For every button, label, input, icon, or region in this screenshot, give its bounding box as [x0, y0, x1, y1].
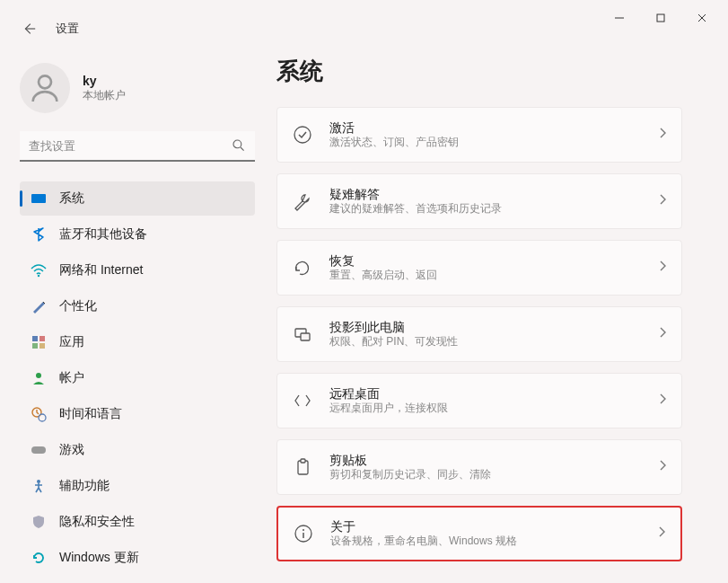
svg-point-5 — [39, 75, 51, 88]
shield-icon — [31, 514, 47, 530]
sidebar-item-personalization[interactable]: 个性化 — [20, 289, 255, 323]
svg-point-19 — [294, 127, 311, 143]
sidebar-item-system[interactable]: 系统 — [20, 181, 255, 216]
sidebar-item-time-language[interactable]: 时间和语言 — [20, 397, 255, 431]
wrench-icon — [292, 190, 313, 212]
sidebar-item-privacy[interactable]: 隐私和安全性 — [20, 505, 255, 539]
card-title: 远程桌面 — [329, 385, 658, 402]
sidebar-item-label: 辅助功能 — [59, 478, 110, 494]
svg-rect-11 — [39, 336, 45, 341]
sidebar-item-label: 系统 — [59, 190, 84, 207]
card-clipboard[interactable]: 剪贴板 剪切和复制历史记录、同步、清除 — [276, 439, 682, 495]
accessibility-icon — [31, 478, 47, 494]
sidebar-item-label: 帐户 — [59, 370, 84, 386]
sidebar-item-label: 游戏 — [59, 442, 84, 458]
chevron-right-icon — [658, 127, 667, 143]
system-icon — [31, 190, 47, 207]
sidebar-item-accounts[interactable]: 帐户 — [20, 361, 255, 395]
card-subtitle: 远程桌面用户，连接权限 — [329, 402, 658, 416]
avatar-icon — [20, 63, 70, 113]
recovery-icon — [292, 257, 313, 278]
card-title: 关于 — [330, 518, 657, 534]
svg-line-7 — [241, 147, 244, 151]
card-subtitle: 建议的疑难解答、首选项和历史记录 — [329, 202, 658, 216]
card-subtitle: 设备规格，重命名电脑、Windows 规格 — [330, 534, 657, 549]
card-remote-desktop[interactable]: 远程桌面 远程桌面用户，连接权限 — [276, 373, 682, 428]
sidebar-item-label: 个性化 — [59, 298, 97, 314]
profile-block[interactable]: ky 本地帐户 — [20, 63, 259, 113]
svg-rect-21 — [301, 333, 310, 340]
sidebar-item-accessibility[interactable]: 辅助功能 — [20, 469, 255, 503]
brush-icon — [31, 298, 47, 314]
gamepad-icon — [31, 442, 47, 458]
sidebar-item-label: 应用 — [59, 334, 84, 350]
svg-rect-17 — [31, 446, 46, 454]
minimize-button[interactable] — [599, 4, 640, 32]
project-icon — [292, 323, 313, 345]
clock-globe-icon — [31, 406, 47, 422]
svg-point-16 — [39, 414, 46, 421]
back-button[interactable] — [20, 20, 38, 38]
card-about[interactable]: 关于 设备规格，重命名电脑、Windows 规格 — [276, 506, 682, 561]
app-title: 设置 — [56, 21, 79, 37]
svg-rect-8 — [31, 194, 46, 203]
card-troubleshoot[interactable]: 疑难解答 建议的疑难解答、首选项和历史记录 — [276, 173, 682, 229]
card-title: 投影到此电脑 — [329, 319, 658, 335]
sidebar-item-label: 网络和 Internet — [59, 262, 143, 278]
person-icon — [31, 370, 47, 386]
svg-rect-23 — [301, 459, 305, 463]
sidebar-item-label: Windows 更新 — [59, 550, 139, 566]
wifi-icon — [31, 262, 47, 278]
profile-name: ky — [83, 74, 126, 88]
svg-point-18 — [37, 480, 40, 483]
profile-subtitle: 本地帐户 — [83, 88, 126, 103]
svg-point-14 — [36, 373, 41, 378]
maximize-button[interactable] — [640, 4, 681, 32]
svg-rect-1 — [657, 14, 664, 22]
sidebar-item-label: 时间和语言 — [59, 406, 122, 422]
chevron-right-icon — [658, 393, 667, 409]
card-projecting[interactable]: 投影到此电脑 权限、配对 PIN、可发现性 — [276, 306, 682, 362]
card-recovery[interactable]: 恢复 重置、高级启动、返回 — [276, 240, 682, 296]
close-button[interactable] — [681, 4, 723, 32]
card-subtitle: 剪切和复制历史记录、同步、清除 — [329, 468, 658, 482]
card-title: 疑难解答 — [329, 186, 658, 202]
chevron-right-icon — [657, 526, 666, 542]
sidebar-item-apps[interactable]: 应用 — [20, 325, 255, 359]
svg-rect-13 — [39, 343, 45, 349]
remote-desktop-icon — [292, 390, 313, 411]
chevron-right-icon — [658, 459, 667, 475]
update-icon — [31, 550, 47, 566]
search-input[interactable] — [20, 131, 255, 162]
bluetooth-icon — [31, 226, 47, 243]
card-subtitle: 权限、配对 PIN、可发现性 — [329, 335, 658, 349]
sidebar-item-network[interactable]: 网络和 Internet — [20, 253, 255, 287]
svg-point-25 — [303, 529, 304, 531]
card-activation[interactable]: 激活 激活状态、订阅、产品密钥 — [276, 107, 682, 163]
apps-icon — [31, 334, 47, 350]
info-icon — [293, 523, 314, 544]
page-title: 系统 — [276, 56, 701, 87]
sidebar-item-label: 隐私和安全性 — [59, 514, 135, 530]
card-title: 恢复 — [329, 252, 658, 269]
sidebar-item-label: 蓝牙和其他设备 — [59, 226, 147, 243]
sidebar-item-bluetooth[interactable]: 蓝牙和其他设备 — [20, 217, 255, 252]
search-icon — [232, 138, 246, 156]
svg-rect-12 — [32, 343, 38, 349]
sidebar-item-windows-update[interactable]: Windows 更新 — [20, 541, 255, 575]
svg-point-6 — [233, 140, 241, 148]
chevron-right-icon — [658, 193, 667, 209]
svg-point-9 — [38, 275, 39, 277]
svg-rect-10 — [32, 336, 38, 341]
check-circle-icon — [292, 124, 313, 146]
card-title: 剪贴板 — [329, 452, 658, 468]
sidebar-nav: 系统 蓝牙和其他设备 网络和 Internet 个性化 应用 帐户 — [20, 181, 259, 575]
sidebar-item-gaming[interactable]: 游戏 — [20, 433, 255, 467]
chevron-right-icon — [658, 260, 667, 276]
clipboard-icon — [292, 456, 313, 478]
card-subtitle: 重置、高级启动、返回 — [329, 269, 658, 283]
card-subtitle: 激活状态、订阅、产品密钥 — [329, 136, 658, 150]
chevron-right-icon — [658, 326, 667, 342]
card-title: 激活 — [329, 119, 658, 136]
